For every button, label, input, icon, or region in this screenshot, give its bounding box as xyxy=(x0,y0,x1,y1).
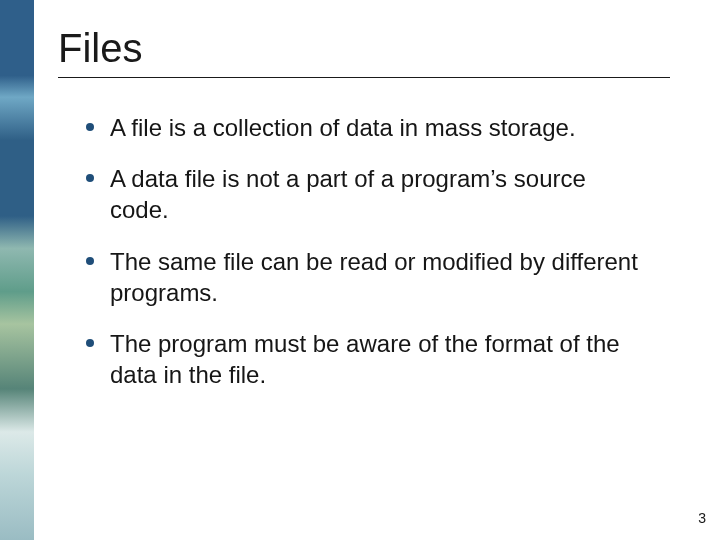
list-item: A data file is not a part of a program’s… xyxy=(86,163,690,225)
bullet-text: A data file is not a part of a program’s… xyxy=(110,163,650,225)
list-item: The same file can be read or modified by… xyxy=(86,246,690,308)
slide-title: Files xyxy=(58,26,670,78)
bullet-text: The program must be aware of the format … xyxy=(110,328,650,390)
bullet-text: A file is a collection of data in mass s… xyxy=(110,112,576,143)
bullet-icon xyxy=(86,123,94,131)
list-item: The program must be aware of the format … xyxy=(86,328,690,390)
page-number: 3 xyxy=(698,510,706,526)
bullet-icon xyxy=(86,257,94,265)
bullet-icon xyxy=(86,339,94,347)
bullet-text: The same file can be read or modified by… xyxy=(110,246,650,308)
bullet-list: A file is a collection of data in mass s… xyxy=(58,112,690,390)
decorative-sidebar xyxy=(0,0,34,540)
list-item: A file is a collection of data in mass s… xyxy=(86,112,690,143)
bullet-icon xyxy=(86,174,94,182)
slide-content: Files A file is a collection of data in … xyxy=(58,26,690,410)
